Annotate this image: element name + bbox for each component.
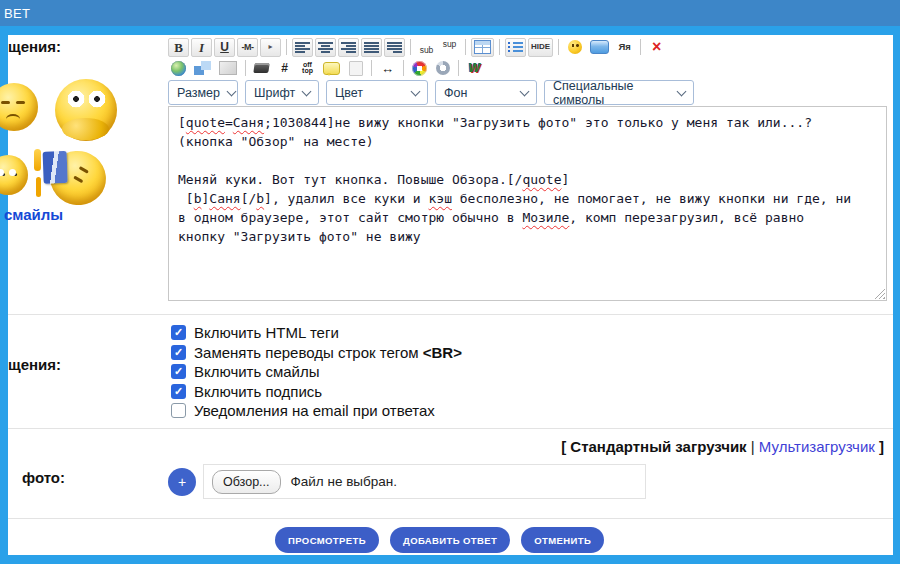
browse-button[interactable]: Обзор... — [212, 470, 281, 494]
symbols-select[interactable]: Специальные символы — [544, 80, 694, 105]
file-input[interactable]: Обзор... Файл не выбран. — [203, 464, 646, 499]
smiley-books[interactable] — [43, 144, 113, 205]
subscript-button[interactable]: sub — [416, 38, 437, 57]
checkbox-enable-html[interactable]: ✓ — [171, 325, 186, 340]
checkbox-email-notify[interactable] — [171, 403, 186, 418]
background-select[interactable]: Фон — [435, 80, 537, 105]
hide-tag-button[interactable]: HIDE — [528, 38, 553, 57]
link-icon — [171, 61, 186, 76]
anchor-button[interactable]: # — [274, 59, 295, 78]
checkbox-br-newlines[interactable]: ✓ — [171, 345, 186, 360]
form-actions: ПРОСМОТРЕТЬ ДОБАВИТЬ ОТВЕТ ОТМЕНИТЬ — [275, 527, 604, 553]
chevron-down-icon — [411, 86, 421, 96]
symbols-select-label: Специальные символы — [553, 79, 670, 107]
list-button[interactable] — [505, 38, 526, 57]
print-icon — [253, 63, 269, 73]
message-textarea[interactable]: [quote=Саня;1030844]не вижу кнопки "Загр… — [168, 106, 887, 301]
remove-format-button[interactable]: × — [646, 38, 667, 57]
toolbar-separator — [640, 39, 641, 55]
toolbar-separator — [286, 39, 287, 55]
draw-button[interactable]: W — [464, 59, 485, 78]
smiley-sad[interactable] — [0, 83, 38, 131]
indent-button[interactable] — [384, 38, 405, 57]
preview-button[interactable]: ПРОСМОТРЕТЬ — [275, 527, 379, 553]
table-button[interactable] — [471, 38, 494, 57]
list-icon — [508, 41, 523, 53]
size-select-label: Размер — [177, 86, 220, 100]
align-left-icon — [295, 42, 310, 53]
checkbox-enable-signature-label: Включить подпись — [194, 383, 322, 400]
toolbar-separator — [403, 60, 404, 76]
bracket-close: ] — [875, 438, 884, 455]
justify-button[interactable] — [361, 38, 382, 57]
message-line: кнопку "Загрузить фото" не вижу — [178, 227, 877, 246]
superscript-button[interactable]: sup — [439, 38, 460, 57]
spin-button[interactable] — [432, 59, 453, 78]
hr-button[interactable]: ↔ — [377, 59, 398, 78]
checkbox-enable-signature[interactable]: ✓ — [171, 384, 186, 399]
size-select[interactable]: Размер — [168, 80, 238, 105]
checkbox-enable-smileys[interactable]: ✓ — [171, 364, 186, 379]
link-button[interactable] — [168, 59, 189, 78]
align-left-button[interactable] — [292, 38, 313, 57]
uploader-switch-pipe: | — [747, 438, 759, 455]
spoiler-button[interactable] — [587, 38, 612, 57]
align-right-button[interactable] — [338, 38, 359, 57]
chevron-down-icon — [302, 86, 312, 96]
section-divider — [8, 428, 893, 429]
offtop-button[interactable]: off top — [297, 59, 318, 78]
smiley-exclaim[interactable] — [0, 155, 28, 195]
content-frame: щения: смайлы BIU-M-▸subsupHIDEЯя× #off … — [0, 26, 900, 564]
submit-button[interactable]: ДОБАВИТЬ ОТВЕТ — [390, 527, 510, 553]
resize-handle-icon[interactable] — [874, 288, 885, 299]
align-center-button[interactable] — [315, 38, 336, 57]
checkbox-br-newlines-row: ✓Заменять переводы строк тегом <BR> — [171, 343, 462, 363]
message-line: Меняй куки. Вот тут кнопка. Повыше Обзор… — [178, 170, 877, 189]
bold-button[interactable]: B — [168, 38, 189, 57]
table-icon — [474, 40, 491, 54]
section-divider — [8, 314, 893, 315]
translit-button[interactable]: Яя — [614, 38, 635, 57]
spin-icon — [436, 61, 450, 75]
page-button[interactable] — [345, 59, 366, 78]
flash-button[interactable] — [191, 59, 214, 78]
spoiler-icon — [590, 40, 609, 54]
toolbar-separator — [371, 60, 372, 76]
chevron-down-icon — [677, 86, 687, 96]
top-bar: ВЕТ — [0, 0, 900, 26]
chevron-down-icon — [520, 86, 530, 96]
align-center-icon — [318, 42, 333, 53]
underline-button[interactable]: U — [214, 38, 235, 57]
strike-icon: -M- — [242, 43, 254, 52]
font-select[interactable]: Шрифт — [245, 80, 319, 105]
color-select-label: Цвет — [335, 86, 363, 100]
smiley-button[interactable] — [564, 38, 585, 57]
superscript-icon: sup — [443, 40, 457, 49]
subscript-icon: sub — [420, 46, 434, 55]
colorwheel-icon — [412, 61, 427, 76]
smiley-oops[interactable] — [55, 79, 117, 141]
add-file-button[interactable]: + — [168, 468, 196, 496]
message-line: [quote=Саня;1030844]не вижу кнопки "Загр… — [178, 113, 877, 132]
checkbox-email-notify-label: Уведомления на email при ответах — [194, 402, 435, 419]
italic-button[interactable]: I — [191, 38, 212, 57]
draw-icon: W — [469, 61, 480, 75]
underline-icon: U — [220, 41, 229, 53]
multi-uploader-link[interactable]: Мультизагрузчик — [759, 438, 875, 455]
checkbox-enable-html-label: Включить HTML теги — [194, 324, 339, 341]
checkbox-br-newlines-label: Заменять переводы строк тегом <BR> — [194, 344, 462, 361]
strike-button[interactable]: -M- — [237, 38, 258, 57]
color-select[interactable]: Цвет — [326, 80, 428, 105]
more-styles-button[interactable]: ▸ — [260, 38, 281, 57]
quote-button[interactable] — [320, 59, 343, 78]
image-icon — [219, 61, 237, 75]
justify-icon — [364, 42, 379, 53]
cancel-button[interactable]: ОТМЕНИТЬ — [521, 527, 604, 553]
message-line: в одном браузере, этот сайт смотрю обычн… — [178, 208, 877, 227]
all-smileys-link[interactable]: смайлы — [4, 206, 63, 223]
print-button[interactable] — [251, 59, 272, 78]
checkbox-enable-signature-row: ✓Включить подпись — [171, 382, 462, 402]
image-button[interactable] — [216, 59, 240, 78]
message-line — [178, 151, 877, 170]
colorwheel-button[interactable] — [409, 59, 430, 78]
